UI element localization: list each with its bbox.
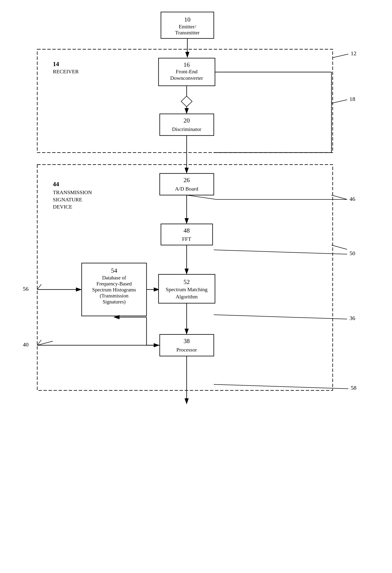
svg-line-33 bbox=[214, 250, 347, 254]
svg-text:(Transmission: (Transmission bbox=[100, 293, 128, 299]
node-16-label: 16 bbox=[183, 61, 190, 68]
svg-text:Processor: Processor bbox=[176, 347, 197, 353]
svg-text:Algorithm: Algorithm bbox=[176, 294, 198, 300]
label-58: 58 bbox=[351, 385, 356, 391]
svg-line-60 bbox=[37, 284, 41, 289]
label-44: 44 bbox=[53, 181, 59, 188]
label-46: 46 bbox=[350, 196, 355, 202]
svg-text:Spectrum Histograms: Spectrum Histograms bbox=[92, 287, 136, 293]
svg-text:Downconverter: Downconverter bbox=[170, 75, 203, 81]
node-48-label: 48 bbox=[183, 227, 190, 234]
svg-text:FFT: FFT bbox=[182, 236, 191, 242]
svg-line-53 bbox=[37, 341, 53, 345]
label-40: 40 bbox=[23, 341, 29, 348]
label-36: 36 bbox=[350, 315, 355, 321]
node-38-label: 38 bbox=[183, 338, 190, 344]
node-54-label: 54 bbox=[111, 267, 117, 274]
label-56: 56 bbox=[23, 286, 29, 292]
svg-text:A/D Board: A/D Board bbox=[175, 186, 198, 192]
svg-line-18 bbox=[331, 100, 347, 103]
svg-text:Discriminator: Discriminator bbox=[172, 126, 201, 132]
svg-text:Frequency-Based: Frequency-Based bbox=[97, 281, 132, 286]
svg-text:Transmitter: Transmitter bbox=[175, 30, 200, 36]
svg-line-62 bbox=[214, 384, 348, 389]
svg-text:Emitter/: Emitter/ bbox=[179, 23, 196, 30]
svg-line-7 bbox=[333, 54, 348, 58]
node-10-label: 10 bbox=[184, 16, 191, 23]
svg-text:Spectrum Matching: Spectrum Matching bbox=[166, 286, 208, 292]
svg-text:Database of: Database of bbox=[102, 275, 126, 281]
label-50: 50 bbox=[350, 250, 355, 256]
svg-line-27 bbox=[187, 195, 216, 199]
svg-line-34 bbox=[331, 245, 347, 249]
label-receiver: RECEIVER bbox=[53, 69, 79, 74]
svg-line-46 bbox=[214, 315, 347, 319]
node-20-label: 20 bbox=[183, 117, 190, 124]
diagram-container: 10 Emitter/ Transmitter 14 RECEIVER 12 1… bbox=[0, 0, 392, 573]
svg-text:SIGNATURE: SIGNATURE bbox=[53, 197, 82, 202]
label-18: 18 bbox=[350, 96, 355, 102]
label-12: 12 bbox=[351, 50, 356, 56]
svg-marker-12 bbox=[181, 96, 192, 107]
node-52-label: 52 bbox=[183, 278, 190, 286]
svg-text:DEVICE: DEVICE bbox=[53, 204, 72, 210]
label-transmission-sig: TRANSMISSION bbox=[53, 189, 92, 195]
node-26-label: 26 bbox=[183, 177, 190, 183]
svg-line-29 bbox=[331, 195, 347, 199]
svg-text:Front-End: Front-End bbox=[176, 69, 197, 74]
svg-text:Signatures): Signatures) bbox=[103, 299, 126, 305]
label-14: 14 bbox=[53, 61, 59, 68]
